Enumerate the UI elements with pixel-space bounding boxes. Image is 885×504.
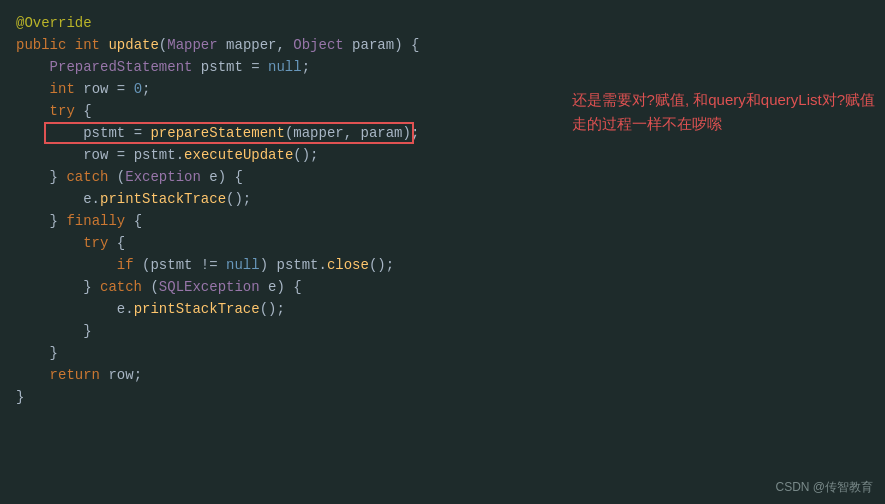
keyword-int2: int <box>50 78 75 100</box>
line-try2-close: } <box>0 320 885 342</box>
type-sqlexception: SQLException <box>159 276 260 298</box>
tooltip-line2: 走的过程一样不在哕嗦 <box>572 112 875 136</box>
keyword-catch2: catch <box>100 276 142 298</box>
keyword-finally: finally <box>66 210 125 232</box>
keyword-catch: catch <box>66 166 108 188</box>
code-editor: @Override public int update(Mapper mappe… <box>0 0 885 504</box>
num-zero: 0 <box>134 78 142 100</box>
line-final-brace: } <box>0 386 885 408</box>
close-fn: close <box>327 254 369 276</box>
pstmt-var: pstmt <box>83 122 125 144</box>
line-catch2: } catch (SQLException e) { <box>0 276 885 298</box>
print-fn2: printStackTrace <box>134 298 260 320</box>
line-finally: } finally { <box>0 210 885 232</box>
type-exception: Exception <box>125 166 201 188</box>
type-object: Object <box>293 34 343 56</box>
execute-fn: executeUpdate <box>184 144 293 166</box>
line-stacktrace1: e.printStackTrace(); <box>0 188 885 210</box>
keyword-try2: try <box>83 232 108 254</box>
row-var: row <box>83 144 108 166</box>
keyword-public: public <box>16 34 75 56</box>
prepare-fn: prepareStatement <box>150 122 284 144</box>
tooltip-line1: 还是需要对?赋值, 和query和queryList对?赋值 <box>572 88 875 112</box>
type-mapper: Mapper <box>167 34 217 56</box>
line-return: return row; <box>0 364 885 386</box>
keyword-int: int <box>75 34 109 56</box>
paren-open: ( <box>159 34 167 56</box>
line-if: if (pstmt != null) pstmt.close(); <box>0 254 885 276</box>
tooltip-annotation: 还是需要对?赋值, 和query和queryList对?赋值 走的过程一样不在哕… <box>572 88 875 136</box>
keyword-try: try <box>50 100 75 122</box>
line-annotation: @Override <box>0 12 885 34</box>
line-method-signature: public int update(Mapper mapper, Object … <box>0 34 885 56</box>
line-try2: try { <box>0 232 885 254</box>
keyword-return: return <box>50 364 100 386</box>
keyword-null: null <box>268 56 302 78</box>
watermark: CSDN @传智教育 <box>775 476 873 498</box>
line-stacktrace2: e.printStackTrace(); <box>0 298 885 320</box>
annotation-text: @Override <box>16 12 92 34</box>
type-prepared: PreparedStatement <box>50 56 193 78</box>
keyword-null2: null <box>226 254 260 276</box>
pstmt-var2: pstmt <box>134 144 176 166</box>
print-fn: printStackTrace <box>100 188 226 210</box>
line-pstmt-decl: PreparedStatement pstmt = null; <box>0 56 885 78</box>
line-row-assign: row = pstmt.executeUpdate(); <box>0 144 885 166</box>
method-name: update <box>108 34 158 56</box>
line-catch1: } catch (Exception e) { <box>0 166 885 188</box>
line-finally-close: } <box>0 342 885 364</box>
keyword-if: if <box>117 254 134 276</box>
